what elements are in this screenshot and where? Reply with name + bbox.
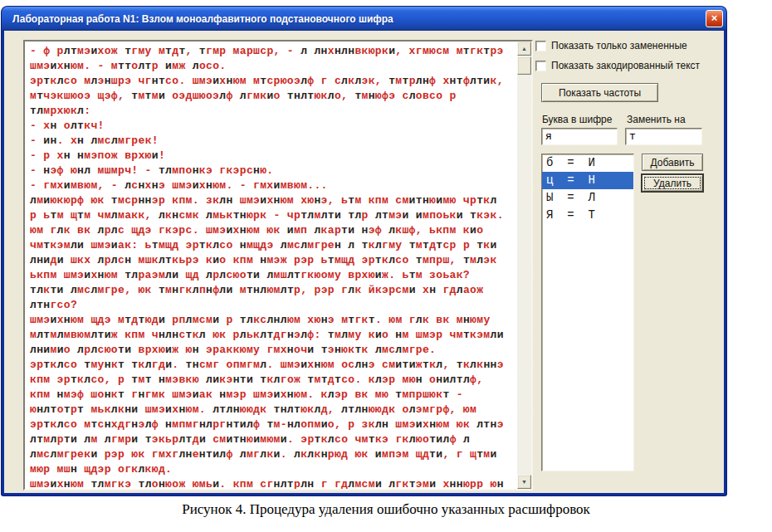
checkbox-show-replaced-label: Показать только замененные <box>551 40 687 51</box>
substitution-list-item[interactable]: Я = Т <box>542 207 633 224</box>
checkbox-show-encoded-label: Показать закодированный текст <box>551 60 700 71</box>
cipher-line: - р хн нмэпож врхюи! <box>30 149 517 164</box>
substitution-list-item[interactable]: Ы = Л <box>542 189 633 207</box>
cipher-line: юм глк вк лрлс щдэ гкэрс. шмэихнюм юк им… <box>30 223 517 238</box>
vertical-scrollbar[interactable]: ▲ ▼ <box>517 41 531 489</box>
cipher-letter-input[interactable]: я <box>541 128 618 145</box>
scroll-up-icon[interactable]: ▲ <box>517 41 531 56</box>
cipher-line: - нэф юнл мшмрч! - тлмпонкэ гкэрсню. <box>30 164 517 178</box>
figure-caption: Рисунок 4. Процедура удаления ошибочно у… <box>0 501 772 518</box>
cipher-line: чмткэмли шмэиак: ьтмщд эртклсо нмщдэ лмс… <box>30 238 517 253</box>
delete-button[interactable]: Удалить <box>641 173 704 193</box>
cipher-line: - ф рлтмэихож тгму мтдт, тгмр маршср, - … <box>30 44 517 59</box>
replace-with-input[interactable]: т <box>625 128 702 145</box>
cipher-line: млтмлмвюмлтиж кпм чнлнсткл юк рльклтдгнэ… <box>30 328 517 343</box>
cipher-line: эртклсо млэншрэ чгнтсо. шмэихнюм мтсрюоэ… <box>30 74 517 89</box>
cipher-line: лнимио лрлсюоти врхюиж юн эраккюму гмхно… <box>30 343 517 358</box>
scroll-down-icon[interactable]: ▼ <box>517 475 531 489</box>
cipher-line: лтмлрти лм лгмри тэкьрлтди смитнюимюми. … <box>30 432 517 447</box>
title-bar: Лабораторная работа N1: Взлом моноалфави… <box>2 7 726 31</box>
checkbox-show-encoded-box[interactable] <box>535 61 546 71</box>
checkbox-show-replaced-box[interactable] <box>535 41 546 51</box>
cipher-line: - гмхимвюм, - лснхнэ шмэихнюм. - гмхимвю… <box>30 178 517 193</box>
cipher-line: - ин. хн лмслмгрек! <box>30 134 517 149</box>
window-title: Лабораторная работа N1: Взлом моноалфави… <box>12 13 706 25</box>
cipher-line: лтнгсо? <box>30 298 517 313</box>
app-window: Лабораторная работа N1: Взлом моноалфави… <box>2 7 726 495</box>
cipher-line: лмиюкюрф юк тмсрннэр кпм. зклн шмэихнюм … <box>30 193 517 208</box>
checkbox-show-encoded[interactable]: Показать закодированный текст <box>535 60 700 71</box>
cipher-line: тлкти лмслмгре, юк тмнгклпнфли мтнлюмлтр… <box>30 283 517 298</box>
replace-with-label: Заменить на <box>627 114 686 125</box>
client-area: - ф рлтмэихож тгму мтдт, тгмр маршср, - … <box>4 31 724 493</box>
substitution-list-item[interactable]: б = И <box>542 154 633 172</box>
cipher-line: шмэихнюм тлмгкэ тлонюож юмьи. кпм сгнлтр… <box>30 477 517 489</box>
substitution-list-item[interactable]: ц = Н <box>542 172 633 189</box>
cipher-line: лмслмгреки рэр юк гмхглнентилф лмглки. л… <box>30 447 517 462</box>
cipher-line: лниди шкх лрлсн мшклткьрэ кио кпм нмэж р… <box>30 253 517 268</box>
cipher-letter-label: Буква в шифре <box>542 114 612 125</box>
cipher-line: ькпм шмэихнюм тлраэмли щд лрлсюоти лмшлт… <box>30 268 517 283</box>
cipher-line: шмэихнюм. - мттолтр имж лосо. <box>30 59 517 74</box>
cipher-line: эртклсо тмункт тклгди. тнсмг опмгмл. шмэ… <box>30 358 517 373</box>
delete-button-label: Удалить <box>653 178 691 189</box>
show-frequencies-button[interactable]: Показать частоты <box>541 83 658 102</box>
cipher-line: - хн олткч! <box>30 119 517 134</box>
substitutions-listbox[interactable]: б = Иц = НЫ = ЛЯ = Т <box>541 154 634 471</box>
cipher-line: юнлтотрт мьклкни шмэихнюм. лтлнююдк тнлт… <box>30 403 517 417</box>
cipher-line: тлмрхюкл: <box>30 104 517 119</box>
cipher-line: кпм нмэф шонкт гнгмк шмэиак нмэр шмэихню… <box>30 388 517 403</box>
cipher-line: р ьтм щтм чмлмакк, лкнсмк лмьктнюрк - чр… <box>30 208 517 223</box>
cipher-line: шмэихнюм щдэ мтдтюди рплмсми р тлкслнлюм… <box>30 313 517 328</box>
cipher-text-area[interactable]: - ф рлтмэихож тгму мтдт, тгмр маршср, - … <box>23 40 533 491</box>
checkbox-show-replaced[interactable]: Показать только замененные <box>535 40 687 51</box>
cipher-line: эртклсо мтснхдгнэлф нмпмгнлргнтилф тм-нл… <box>30 417 517 432</box>
cipher-text: - ф рлтмэихож тгму мтдт, тгмр маршср, - … <box>25 41 517 489</box>
add-button[interactable]: Добавить <box>642 154 703 171</box>
cipher-line: кпм эртклсо, р тмт нмэвкю ликэнти тклгож… <box>30 373 517 388</box>
scrollbar-thumb[interactable] <box>517 56 531 75</box>
cipher-line: мюр мшн щдэр огклкюд. <box>30 462 517 477</box>
close-icon[interactable]: × <box>706 10 723 27</box>
cipher-line: мтчэкшюоэ щэф, тмтми оэдшюоэлф лгмкио тн… <box>30 89 517 104</box>
